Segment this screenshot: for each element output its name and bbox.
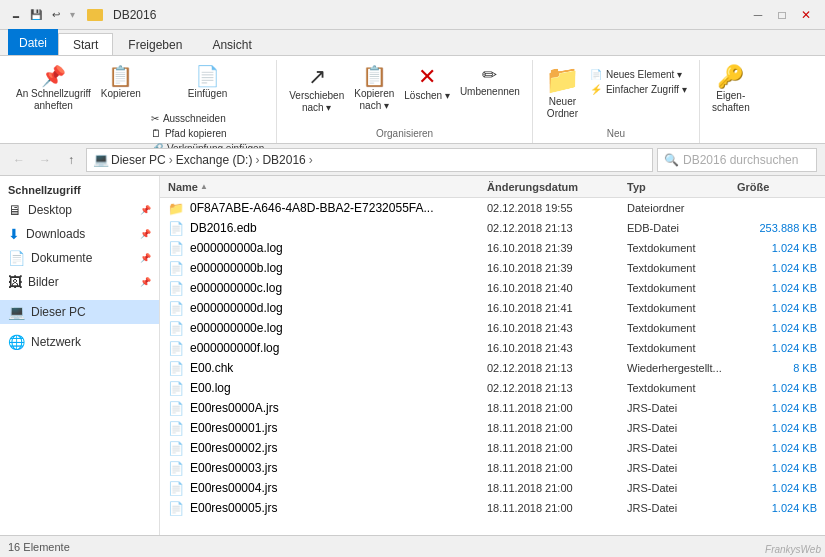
tab-datei[interactable]: Datei [8, 29, 58, 55]
copy-to-button[interactable]: 📋 Kopierennach ▾ [350, 64, 398, 124]
paste-button[interactable]: 📄 Einfügen [184, 64, 231, 108]
table-row[interactable]: 📄 e000000000c.log 16.10.2018 21:40 Textd… [160, 278, 825, 298]
properties-button[interactable]: 🔑 Eigen-schaften [708, 64, 754, 124]
file-date: 16.10.2018 21:39 [487, 242, 627, 254]
table-row[interactable]: 📄 e000000000f.log 16.10.2018 21:43 Textd… [160, 338, 825, 358]
address-bar: ← → ↑ 💻 Dieser PC › Exchange (D:) › DB20… [0, 144, 825, 176]
file-type: Textdokument [627, 382, 737, 394]
table-row[interactable]: 📄 E00res00004.jrs 18.11.2018 21:00 JRS-D… [160, 478, 825, 498]
new-group-label: Neu [541, 126, 691, 143]
file-name: e000000000e.log [190, 321, 283, 335]
file-icon: 📄 [168, 361, 184, 376]
new-folder-icon: 📁 [545, 66, 580, 94]
up-button[interactable]: ↑ [60, 149, 82, 171]
address-path[interactable]: 💻 Dieser PC › Exchange (D:) › DB2016 › [86, 148, 653, 172]
file-date: 16.10.2018 21:43 [487, 342, 627, 354]
file-name-cell: 📄 e000000000c.log [168, 281, 487, 296]
table-row[interactable]: 📄 e000000000b.log 16.10.2018 21:39 Textd… [160, 258, 825, 278]
table-row[interactable]: 📄 E00res00001.jrs 18.11.2018 21:00 JRS-D… [160, 418, 825, 438]
pin-to-quickaccess-button[interactable]: 📌 An Schnellzugriffanheften [12, 64, 95, 124]
paste-icon: 📄 [195, 66, 220, 86]
sidebar: Schnellzugriff 🖥 Desktop 📌 ⬇ Downloads 📌… [0, 176, 160, 535]
status-bar: 16 Elemente [0, 535, 825, 557]
sidebar-item-dieser-pc[interactable]: 💻 Dieser PC [0, 300, 159, 324]
file-icon: 📄 [168, 381, 184, 396]
file-date: 18.11.2018 21:00 [487, 482, 627, 494]
copy-button[interactable]: 📋 Kopieren [97, 64, 145, 124]
col-type[interactable]: Typ [627, 181, 737, 193]
table-row[interactable]: 📄 E00.chk 02.12.2018 21:13 Wiederhergest… [160, 358, 825, 378]
sidebar-item-bilder[interactable]: 🖼 Bilder 📌 [0, 270, 159, 294]
new-folder-button[interactable]: 📁 NeuerOrdner [541, 64, 584, 124]
copy-path-icon: 🗒 [151, 128, 161, 139]
search-placeholder: DB2016 durchsuchen [683, 153, 798, 167]
move-to-button[interactable]: ↗ Verschiebennach ▾ [285, 64, 348, 124]
table-row[interactable]: 📄 E00res00005.jrs 18.11.2018 21:00 JRS-D… [160, 498, 825, 518]
file-size: 1.024 KB [737, 342, 817, 354]
sidebar-item-dokumente[interactable]: 📄 Dokumente 📌 [0, 246, 159, 270]
table-row[interactable]: 📄 e000000000d.log 16.10.2018 21:41 Textd… [160, 298, 825, 318]
table-row[interactable]: 📄 E00res00002.jrs 18.11.2018 21:00 JRS-D… [160, 438, 825, 458]
tab-freigeben[interactable]: Freigeben [113, 33, 197, 55]
sidebar-item-desktop[interactable]: 🖥 Desktop 📌 [0, 198, 159, 222]
file-name: E00res00004.jrs [190, 481, 277, 495]
cut-button[interactable]: ✂ Ausschneiden [147, 112, 268, 125]
table-row[interactable]: 📁 0F8A7ABE-A646-4A8D-BBA2-E7232055FA... … [160, 198, 825, 218]
search-box[interactable]: 🔍 DB2016 durchsuchen [657, 148, 817, 172]
file-size: 1.024 KB [737, 282, 817, 294]
easy-access-icon: ⚡ [590, 84, 602, 95]
file-size: 1.024 KB [737, 262, 817, 274]
file-name-cell: 📄 e000000000d.log [168, 301, 487, 316]
sort-arrow-name: ▲ [200, 182, 208, 191]
easy-access-button[interactable]: ⚡ Einfacher Zugriff ▾ [586, 83, 691, 96]
dokumente-icon: 📄 [8, 250, 25, 266]
file-date: 18.11.2018 21:00 [487, 442, 627, 454]
table-row[interactable]: 📄 E00res00003.jrs 18.11.2018 21:00 JRS-D… [160, 458, 825, 478]
pin-icon: 📌 [41, 66, 66, 86]
tab-start[interactable]: Start [58, 33, 113, 55]
file-icon: 📄 [168, 461, 184, 476]
tab-ansicht[interactable]: Ansicht [197, 33, 266, 55]
table-row[interactable]: 📄 e000000000a.log 16.10.2018 21:39 Textd… [160, 238, 825, 258]
file-icon: 📄 [168, 281, 184, 296]
title-bar: 🗕 💾 ↩ ▾ DB2016 ─ □ ✕ [0, 0, 825, 30]
file-icon: 📄 [168, 501, 184, 516]
file-name-cell: 📄 E00res00004.jrs [168, 481, 487, 496]
ribbon-group-properties: 🔑 Eigen-schaften [700, 60, 762, 143]
new-item-button[interactable]: 📄 Neues Element ▾ [586, 68, 691, 81]
window-minimize-btn[interactable]: ─ [747, 4, 769, 26]
col-name[interactable]: Name ▲ [168, 181, 487, 193]
netzwerk-icon: 🌐 [8, 334, 25, 350]
delete-button[interactable]: ✕ Löschen ▾ [400, 64, 454, 124]
sidebar-item-downloads[interactable]: ⬇ Downloads 📌 [0, 222, 159, 246]
forward-button[interactable]: → [34, 149, 56, 171]
file-type: JRS-Datei [627, 422, 737, 434]
sidebar-item-netzwerk[interactable]: 🌐 Netzwerk [0, 330, 159, 354]
file-icon: 📄 [168, 441, 184, 456]
table-row[interactable]: 📄 E00res0000A.jrs 18.11.2018 21:00 JRS-D… [160, 398, 825, 418]
col-date[interactable]: Änderungsdatum [487, 181, 627, 193]
col-size[interactable]: Größe [737, 181, 817, 193]
path-db2016: DB2016 [262, 153, 305, 167]
sidebar-label-dokumente: Dokumente [31, 251, 92, 265]
dieser-pc-icon: 💻 [8, 304, 25, 320]
table-row[interactable]: 📄 DB2016.edb 02.12.2018 21:13 EDB-Datei … [160, 218, 825, 238]
file-date: 18.11.2018 21:00 [487, 422, 627, 434]
file-date: 02.12.2018 19:55 [487, 202, 627, 214]
window-title: DB2016 [113, 8, 156, 22]
table-row[interactable]: 📄 e000000000e.log 16.10.2018 21:43 Textd… [160, 318, 825, 338]
window-close-btn[interactable]: ✕ [795, 4, 817, 26]
file-name-cell: 📄 e000000000e.log [168, 321, 487, 336]
file-type: JRS-Datei [627, 482, 737, 494]
file-name: E00res00001.jrs [190, 421, 277, 435]
ribbon-tabs: Datei Start Freigeben Ansicht [0, 30, 825, 56]
back-button[interactable]: ← [8, 149, 30, 171]
file-type: Textdokument [627, 322, 737, 334]
rename-button[interactable]: ✏ Umbenennen [456, 64, 524, 124]
file-name: E00.chk [190, 361, 233, 375]
file-name-cell: 📄 E00.chk [168, 361, 487, 376]
copy-path-button[interactable]: 🗒 Pfad kopieren [147, 127, 268, 140]
file-name-cell: 📄 DB2016.edb [168, 221, 487, 236]
table-row[interactable]: 📄 E00.log 02.12.2018 21:13 Textdokument … [160, 378, 825, 398]
window-maximize-btn[interactable]: □ [771, 4, 793, 26]
